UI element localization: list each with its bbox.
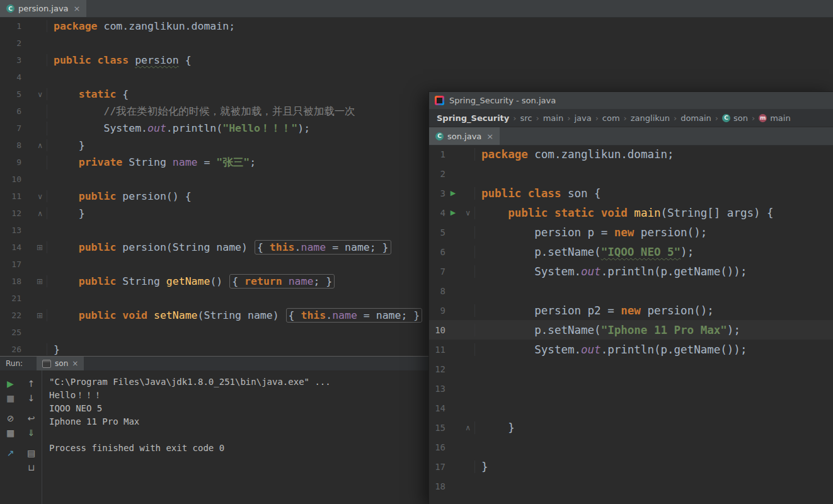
run-gutter-icon[interactable]: ▶ xyxy=(445,189,461,197)
code-text: System.out.println(p.getName()); xyxy=(474,343,747,356)
code-token: String xyxy=(116,275,166,287)
code-line[interactable]: 1package com.zanglikun.domain; xyxy=(429,144,833,164)
soft-wrap-button[interactable]: ↩ xyxy=(21,411,42,425)
breadcrumb-item-son[interactable]: Cson xyxy=(722,113,748,123)
class-icon: C xyxy=(6,4,14,13)
breadcrumb-label: src xyxy=(520,113,532,123)
breadcrumb-item-com[interactable]: com xyxy=(602,113,620,123)
down-stacktrace-button[interactable]: ↓ xyxy=(21,391,42,405)
code-line[interactable]: 11 System.out.println(p.getName()); xyxy=(429,340,833,359)
fold-plus-icon[interactable]: ⊞ xyxy=(21,311,47,320)
fold-plus-icon[interactable]: ⊞ xyxy=(21,277,47,286)
print-button[interactable]: ▤ xyxy=(21,445,42,460)
fold-vup-icon[interactable]: ∧ xyxy=(21,209,47,218)
code-text: System.out.println(p.getName()); xyxy=(474,265,747,278)
code-line[interactable]: 4▶∨ public static void main(String[] arg… xyxy=(429,203,833,222)
code-token: main xyxy=(634,207,660,219)
code-line[interactable]: 15∧ } xyxy=(429,418,833,437)
line-number: 18 xyxy=(0,277,21,286)
console-icon xyxy=(42,360,51,368)
code-line[interactable]: 7 System.out.println(p.getName()); xyxy=(429,261,833,281)
code-line[interactable]: 2 xyxy=(429,164,833,183)
class-icon: C xyxy=(722,114,730,122)
code-line[interactable]: 10 p.setName("Iphone 11 Pro Max"); xyxy=(429,320,833,340)
breadcrumb-item-main[interactable]: main xyxy=(543,113,563,123)
run-gutter-icon[interactable]: ▶ xyxy=(445,209,461,217)
breadcrumb-item-spring_security[interactable]: Spring_Security xyxy=(437,113,509,123)
line-number: 11 xyxy=(0,192,21,201)
code-text: persion p = new persion(); xyxy=(474,226,707,239)
code-line[interactable]: 4 xyxy=(0,69,833,86)
run-toolbar-primary: ▶■⊘▦↗ xyxy=(0,370,21,504)
rerun-button[interactable]: ▶ xyxy=(0,376,21,391)
code-token: .println( xyxy=(166,122,222,134)
code-line[interactable]: 9 persion p2 = new persion(); xyxy=(429,301,833,320)
breadcrumb-item-main[interactable]: mmain xyxy=(759,113,790,123)
fold-plus-icon[interactable]: ⊞ xyxy=(21,243,47,252)
fold-vdown-icon[interactable]: ∨ xyxy=(21,90,47,99)
code-token: persion(String name) xyxy=(116,241,254,253)
breadcrumb-item-zanglikun[interactable]: zanglikun xyxy=(631,113,670,123)
code-line[interactable]: 5 persion p = new persion(); xyxy=(429,222,833,242)
tab-son-java[interactable]: C son.java × xyxy=(429,127,500,145)
code-token: } xyxy=(481,461,488,473)
line-number: 14 xyxy=(429,403,445,413)
scroll-to-end-button[interactable]: ⇓ xyxy=(21,425,42,440)
line-number: 2 xyxy=(429,169,445,179)
line-number: 8 xyxy=(429,286,445,296)
breadcrumb-item-domain[interactable]: domain xyxy=(681,113,711,123)
run-toolbars: ▶■⊘▦↗ ↑↓↩⇓▤⊔ xyxy=(0,370,42,504)
code-token: this xyxy=(270,241,295,253)
code-line[interactable]: 12 xyxy=(429,359,833,379)
fold-vdown-icon[interactable]: ∨ xyxy=(461,209,474,217)
folded-region[interactable]: { this.name = name; } xyxy=(286,308,423,323)
code-line[interactable]: 13 xyxy=(429,379,833,398)
clear-all-button[interactable]: ⊔ xyxy=(21,460,42,474)
code-line[interactable]: 1package com.zanglikun.domain; xyxy=(0,18,833,35)
code-line[interactable]: 16 xyxy=(429,437,833,457)
soft-kill-button[interactable]: ⊘ xyxy=(0,411,21,425)
code-token: ; } xyxy=(313,275,332,287)
tab-persion-java[interactable]: C persion.java × xyxy=(0,0,86,17)
breadcrumb-item-java[interactable]: java xyxy=(574,113,591,123)
line-number: 3 xyxy=(429,188,445,198)
method-icon: m xyxy=(759,114,767,122)
code-token: persion p = xyxy=(481,226,614,239)
code-token: "IQOO NEO 5" xyxy=(601,246,681,258)
code-line[interactable]: 8 xyxy=(429,281,833,301)
code-token xyxy=(147,309,154,321)
fold-vup-icon[interactable]: ∧ xyxy=(461,423,474,432)
code-line[interactable]: 2 xyxy=(0,35,833,52)
popup-editor[interactable]: 1package com.zanglikun.domain;23▶public … xyxy=(429,144,833,504)
run-panel-title: Run: xyxy=(6,359,23,368)
breadcrumb-label: com xyxy=(602,113,620,123)
close-icon[interactable]: × xyxy=(72,359,78,368)
stop-button[interactable]: ■ xyxy=(0,391,21,405)
up-stacktrace-button[interactable]: ↑ xyxy=(21,376,42,391)
line-number: 9 xyxy=(0,158,21,167)
line-number: 22 xyxy=(0,311,21,320)
code-line[interactable]: 17} xyxy=(429,457,833,476)
code-line[interactable]: 3public class persion { xyxy=(0,52,833,69)
breadcrumb-item-src[interactable]: src xyxy=(520,113,532,123)
code-line[interactable]: 18 xyxy=(429,476,833,496)
fold-vup-icon[interactable]: ∧ xyxy=(21,141,47,150)
code-line[interactable]: 14 xyxy=(429,398,833,418)
code-token: com.zanglikun.domain; xyxy=(528,148,674,161)
pin-button[interactable]: ↗ xyxy=(0,445,21,460)
close-icon[interactable]: × xyxy=(486,132,493,141)
code-line[interactable]: 6 p.setName("IQOO NEO 5"); xyxy=(429,242,833,261)
restore-layout-button[interactable]: ▦ xyxy=(0,425,21,440)
code-line[interactable]: 3▶public class son { xyxy=(429,183,833,203)
code-token: public xyxy=(79,275,117,287)
line-number: 10 xyxy=(429,325,445,335)
code-token: public void xyxy=(79,309,147,321)
close-icon[interactable]: × xyxy=(74,4,81,13)
window-title-bar[interactable]: Spring_Security - son.java xyxy=(429,92,833,109)
fold-vdown-icon[interactable]: ∨ xyxy=(21,192,47,201)
run-tab-son[interactable]: son × xyxy=(37,357,84,370)
breadcrumb-label: main xyxy=(770,113,790,123)
folded-region[interactable]: { return name; } xyxy=(229,274,335,289)
line-number: 9 xyxy=(429,306,445,316)
folded-region[interactable]: { this.name = name; } xyxy=(255,240,391,255)
